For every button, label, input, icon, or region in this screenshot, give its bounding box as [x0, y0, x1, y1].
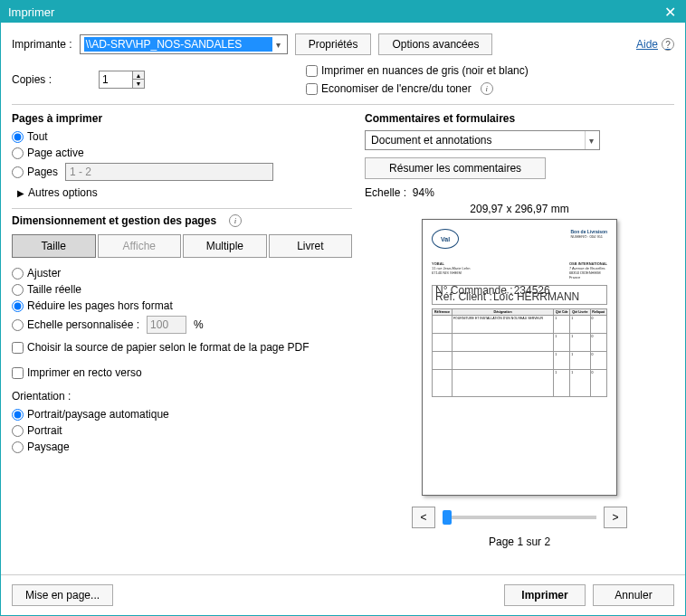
radio-fit[interactable]: Ajuster [12, 267, 352, 280]
sizing-title: Dimensionnement et gestion des pages [12, 214, 216, 227]
dimensions-label: 209,97 x 296,97 mm [365, 203, 674, 215]
page-range-input [65, 163, 273, 181]
radio-pages[interactable]: Pages [12, 163, 352, 181]
summarize-comments-button[interactable]: Résumer les commentaires [365, 157, 546, 179]
help-link[interactable]: Aide ? [636, 38, 674, 51]
info-icon: i [481, 82, 493, 95]
comments-select[interactable]: Document et annotations ▾ [365, 130, 600, 150]
page-indicator: Page 1 sur 2 [365, 535, 674, 548]
printer-select[interactable]: \\AD-SRV\HP_NOS-SANDALES ▾ [80, 34, 288, 54]
slider-thumb[interactable] [443, 510, 452, 525]
triangle-right-icon: ▶ [17, 188, 24, 198]
comments-title: Commentaires et formulaires [365, 112, 674, 125]
custom-scale-input [147, 316, 186, 334]
logo-icon: Val [432, 229, 459, 249]
scale-value: 94% [413, 186, 434, 199]
copies-spinner[interactable]: ▲ ▼ [99, 71, 145, 89]
page-slider[interactable] [443, 516, 596, 519]
radio-orient-landscape[interactable]: Paysage [12, 441, 352, 453]
page-preview: Val Bon de Livraison NUMERO : 004 951 YO… [422, 219, 617, 496]
radio-shrink[interactable]: Réduire les pages hors format [12, 299, 352, 312]
cancel-button[interactable]: Annuler [593, 584, 674, 606]
page-setup-button[interactable]: Mise en page... [12, 584, 113, 606]
chevron-down-icon: ▾ [272, 40, 285, 50]
tab-size[interactable]: Taille [12, 234, 96, 258]
scale-label: Echelle : [365, 186, 406, 199]
radio-orient-auto[interactable]: Portrait/paysage automatique [12, 408, 352, 421]
more-options-toggle[interactable]: ▶ Autres options [17, 186, 352, 199]
spinner-down[interactable]: ▼ [133, 80, 144, 88]
preview-table: Référence Désignation Qté Cde Qté Livrée… [432, 308, 607, 397]
spinner-up[interactable]: ▲ [133, 71, 144, 80]
chevron-down-icon: ▾ [585, 131, 597, 149]
advanced-options-button[interactable]: Options avancées [378, 33, 492, 55]
prev-page-button[interactable]: < [412, 507, 435, 528]
next-page-button[interactable]: > [604, 507, 627, 528]
radio-active[interactable]: Page active [12, 147, 352, 159]
print-button[interactable]: Imprimer [504, 584, 586, 606]
grayscale-checkbox[interactable]: Imprimer en nuances de gris (noir et bla… [306, 64, 529, 77]
duplex-checkbox[interactable]: Imprimer en recto verso [12, 366, 352, 379]
printer-selected: \\AD-SRV\HP_NOS-SANDALES [84, 37, 272, 52]
printer-label: Imprimante : [12, 38, 72, 51]
copies-label: Copies : [12, 73, 91, 86]
radio-orient-portrait[interactable]: Portrait [12, 424, 352, 437]
paper-source-checkbox[interactable]: Choisir la source de papier selon le for… [12, 341, 352, 354]
info-icon: i [229, 214, 242, 227]
help-icon: ? [662, 38, 674, 51]
tab-multiple[interactable]: Multiple [183, 234, 267, 258]
copies-input[interactable] [99, 71, 133, 89]
orientation-label: Orientation : [12, 390, 352, 403]
tab-booklet[interactable]: Livret [269, 234, 353, 258]
radio-actual[interactable]: Taille réelle [12, 283, 352, 296]
close-button[interactable]: ✕ [662, 4, 678, 20]
window-title: Imprimer [8, 5, 54, 19]
save-ink-checkbox[interactable]: Economiser de l'encre/du toner i [306, 82, 529, 95]
pages-to-print-title: Pages à imprimer [12, 112, 352, 125]
radio-custom-scale[interactable]: Echelle personnalisée : % [12, 316, 352, 334]
tab-poster[interactable]: Affiche [98, 234, 182, 258]
properties-button[interactable]: Propriétés [295, 33, 372, 55]
radio-all[interactable]: Tout [12, 130, 352, 143]
